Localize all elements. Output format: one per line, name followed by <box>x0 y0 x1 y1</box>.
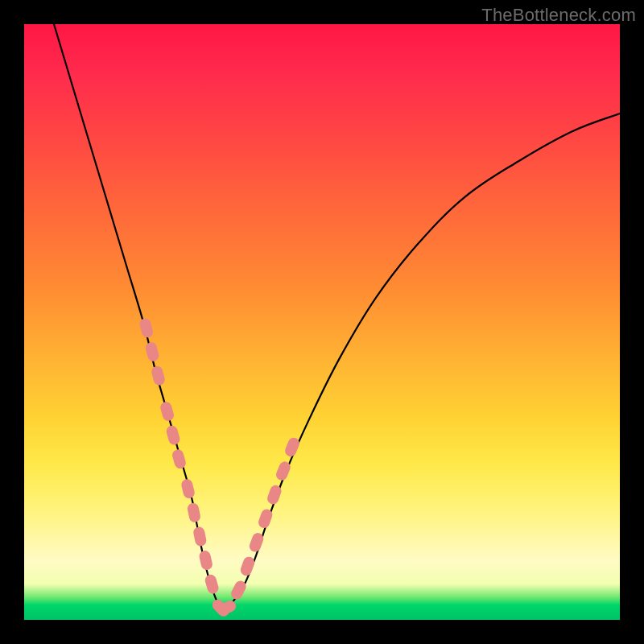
bead <box>171 448 187 470</box>
watermark-text: TheBottleneck.com <box>481 5 636 26</box>
curve-svg <box>24 24 620 620</box>
bead <box>180 478 196 500</box>
chart-frame: TheBottleneck.com <box>0 0 644 644</box>
bead <box>151 365 167 386</box>
bead <box>138 317 155 339</box>
bead <box>159 401 175 423</box>
bead <box>187 502 201 523</box>
bead <box>165 424 181 446</box>
bead <box>204 573 220 595</box>
bead <box>144 341 160 363</box>
bead <box>239 555 256 577</box>
bead <box>283 436 301 459</box>
bead-group <box>138 317 301 619</box>
bead <box>198 550 213 571</box>
bead <box>192 526 207 547</box>
plot-area <box>24 24 620 620</box>
bottleneck-curve <box>54 24 620 609</box>
